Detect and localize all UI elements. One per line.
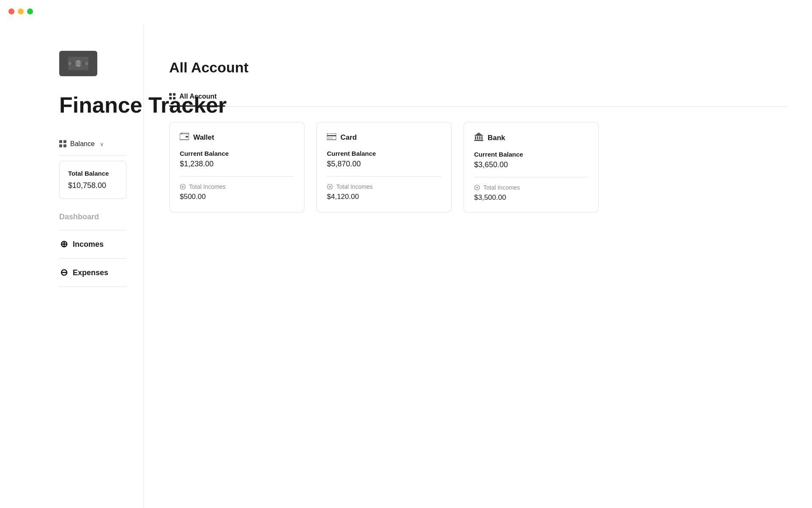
- svg-rect-23: [331, 138, 332, 138]
- bank-divider: [474, 177, 588, 177]
- wallet-total-incomes-row: Total Incomes: [180, 183, 294, 190]
- card-card-header: Card: [327, 133, 441, 142]
- svg-rect-32: [474, 140, 483, 141]
- bank-label: Bank: [488, 134, 505, 142]
- wallet-total-incomes-value: $500.00: [180, 193, 294, 201]
- credit-card-icon: [327, 133, 336, 142]
- wallet-card-header: Wallet: [180, 133, 294, 142]
- account-card-card: Card Current Balance $5,870.00 Total Inc…: [316, 122, 452, 213]
- bank-total-incomes-row: Total Incomes: [474, 184, 588, 191]
- svg-rect-14: [173, 97, 176, 99]
- svg-point-6: [85, 62, 88, 65]
- card-label: Card: [340, 133, 357, 142]
- expenses-nav-section: ⊖ Expenses: [59, 264, 126, 287]
- svg-rect-8: [63, 140, 66, 143]
- wallet-divider: [180, 176, 294, 177]
- svg-point-5: [68, 62, 71, 65]
- card-balance-label: Current Balance: [327, 150, 441, 157]
- svg-rect-20: [327, 133, 336, 140]
- total-balance-label: Total Balance: [68, 170, 118, 177]
- svg-rect-21: [327, 135, 336, 136]
- wallet-label: Wallet: [193, 133, 214, 142]
- grid-icon: [59, 140, 67, 148]
- bank-total-incomes-label: Total Incomes: [483, 184, 520, 191]
- svg-marker-27: [474, 133, 483, 136]
- view-toggle-label: Balance: [70, 140, 95, 148]
- sidebar-item-incomes[interactable]: ⊕ Incomes: [59, 235, 126, 253]
- traffic-light-green[interactable]: [27, 8, 33, 14]
- svg-rect-13: [169, 97, 172, 99]
- minus-circle-icon: ⊖: [59, 268, 69, 277]
- bank-total-incomes-value: $3,500.00: [474, 193, 588, 202]
- main-content: All Account All Account: [144, 25, 812, 508]
- wallet-balance-value: $1,238.00: [180, 160, 294, 168]
- svg-rect-22: [328, 138, 330, 138]
- wallet-balance-label: Current Balance: [180, 150, 294, 157]
- traffic-light-yellow[interactable]: [18, 8, 24, 14]
- bank-balance-value: $3,650.00: [474, 160, 588, 169]
- sidebar: Finance Tracker Balance ∨ Total Balance …: [0, 25, 144, 508]
- svg-rect-11: [169, 93, 172, 96]
- balance-view-toggle[interactable]: Balance ∨: [59, 138, 126, 150]
- traffic-light-red[interactable]: [8, 8, 14, 14]
- tab-grid-icon: [169, 93, 176, 100]
- card-total-incomes-value: $4,120.00: [327, 193, 441, 201]
- app-container: Finance Tracker Balance ∨ Total Balance …: [0, 0, 812, 508]
- wallet-total-incomes-label: Total Incomes: [189, 183, 225, 190]
- tab-all-account[interactable]: All Account: [169, 88, 225, 107]
- incomes-nav-section: ⊕ Incomes: [59, 235, 126, 259]
- total-balance-value: $10,758.00: [68, 181, 118, 190]
- wallet-icon: [180, 133, 189, 142]
- svg-rect-9: [59, 144, 62, 147]
- plus-circle-small-icon: [180, 184, 186, 190]
- svg-rect-10: [63, 144, 66, 147]
- svg-rect-28: [475, 136, 476, 139]
- accounts-grid: Wallet Current Balance $1,238.00 Total I…: [169, 122, 787, 213]
- bank-icon: [474, 133, 483, 143]
- card-total-incomes-row: Total Incomes: [327, 183, 441, 190]
- card-total-incomes-label: Total Incomes: [336, 183, 373, 190]
- bank-balance-label: Current Balance: [474, 151, 588, 158]
- account-card-bank: Bank Current Balance $3,650.00 Total Inc…: [464, 122, 599, 213]
- dashboard-label: Dashboard: [59, 209, 126, 225]
- svg-rect-12: [173, 93, 176, 96]
- svg-rect-30: [479, 136, 480, 139]
- expenses-label: Expenses: [73, 268, 108, 277]
- app-icon: [59, 51, 97, 76]
- account-card-wallet: Wallet Current Balance $1,238.00 Total I…: [169, 122, 304, 213]
- incomes-label: Incomes: [73, 240, 104, 249]
- sidebar-item-expenses[interactable]: ⊖ Expenses: [59, 264, 126, 282]
- traffic-lights: [8, 8, 33, 14]
- plus-circle-icon: ⊕: [59, 240, 69, 249]
- tab-all-account-label: All Account: [179, 93, 217, 100]
- plus-circle-small-icon-2: [327, 184, 333, 190]
- card-balance-value: $5,870.00: [327, 160, 441, 168]
- svg-rect-7: [59, 140, 62, 143]
- plus-circle-small-icon-3: [474, 185, 480, 190]
- bank-card-header: Bank: [474, 133, 588, 143]
- app-title: Finance Tracker: [59, 93, 126, 117]
- svg-rect-16: [186, 136, 188, 138]
- card-divider: [327, 176, 441, 177]
- chevron-down-icon: ∨: [100, 141, 104, 147]
- section-title: All Account: [169, 59, 787, 76]
- total-balance-card: Total Balance $10,758.00: [59, 161, 126, 199]
- svg-rect-29: [477, 136, 478, 139]
- tabs-bar: All Account: [169, 88, 787, 107]
- dashboard-section: Dashboard: [59, 209, 126, 230]
- svg-rect-31: [481, 136, 483, 139]
- sidebar-view-section: Balance ∨: [59, 138, 126, 156]
